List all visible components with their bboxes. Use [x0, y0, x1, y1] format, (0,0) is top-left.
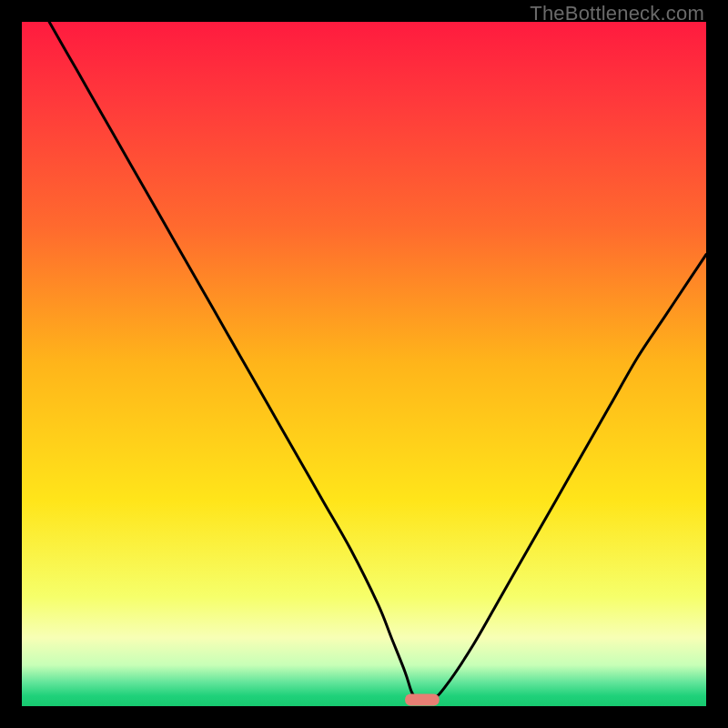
- optimum-marker: [405, 694, 440, 706]
- watermark-text: TheBottleneck.com: [530, 2, 704, 25]
- chart-frame: [22, 22, 706, 706]
- bottleneck-plot: [22, 22, 706, 706]
- gradient-background: [22, 22, 706, 706]
